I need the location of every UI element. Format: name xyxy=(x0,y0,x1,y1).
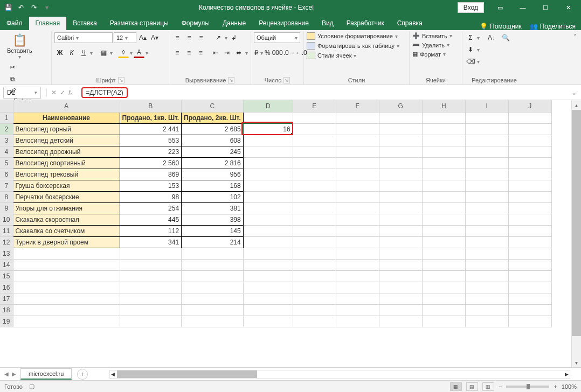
cell[interactable] xyxy=(243,248,293,259)
font-size-select[interactable]: 12▾ xyxy=(114,32,136,43)
cell[interactable] xyxy=(422,316,465,327)
cell[interactable] xyxy=(336,214,379,225)
cell-name[interactable]: Велосипед горный xyxy=(13,123,120,135)
cell[interactable] xyxy=(465,248,508,259)
scroll-left-icon[interactable]: ◀ xyxy=(110,372,116,377)
cell[interactable] xyxy=(465,225,508,236)
cell[interactable] xyxy=(379,293,422,304)
zoom-level[interactable]: 100% xyxy=(562,383,577,390)
col-header-I[interactable]: I xyxy=(465,100,508,112)
cell[interactable] xyxy=(120,282,182,293)
cell[interactable] xyxy=(293,169,336,180)
increase-decimal-icon[interactable]: .0→ xyxy=(284,47,295,58)
cell[interactable] xyxy=(243,236,293,248)
collapse-ribbon-icon[interactable]: ˄ xyxy=(569,31,581,85)
cell[interactable] xyxy=(508,123,551,135)
cell[interactable] xyxy=(379,248,422,259)
zoom-slider[interactable] xyxy=(506,386,549,388)
cell[interactable] xyxy=(422,169,465,180)
cell-name[interactable]: Упоры для отжимания xyxy=(13,202,120,214)
zoom-out-icon[interactable]: − xyxy=(499,383,502,390)
cell[interactable] xyxy=(120,259,182,270)
tab-developer[interactable]: Разработчик xyxy=(340,17,391,30)
cell[interactable] xyxy=(465,202,508,214)
cell[interactable] xyxy=(120,270,182,282)
cell[interactable] xyxy=(379,214,422,225)
cell[interactable] xyxy=(465,180,508,191)
ribbon-display-icon[interactable]: ▭ xyxy=(489,0,511,15)
cell[interactable] xyxy=(336,123,379,135)
cell[interactable] xyxy=(336,169,379,180)
sheet-nav-next-icon[interactable]: ▶ xyxy=(12,371,16,377)
header-q1[interactable]: Продано, 1кв. Шт. xyxy=(120,112,182,123)
col-header-J[interactable]: J xyxy=(508,100,551,112)
cell[interactable] xyxy=(422,112,465,123)
tell-me[interactable]: 💡Помощник xyxy=(480,23,522,30)
underline-button[interactable]: Ч xyxy=(78,47,89,58)
new-sheet-button[interactable]: + xyxy=(77,369,88,380)
cell[interactable] xyxy=(293,146,336,157)
cell-q1[interactable]: 869 xyxy=(120,169,182,180)
cell[interactable] xyxy=(336,293,379,304)
cell[interactable] xyxy=(465,316,508,327)
cell[interactable] xyxy=(465,123,508,135)
cell[interactable] xyxy=(379,270,422,282)
cell-name[interactable]: Велосипед спортивный xyxy=(13,157,120,169)
insert-cells[interactable]: ➕Вставить▾ xyxy=(412,32,459,39)
cell[interactable] xyxy=(13,293,120,304)
row-header-7[interactable]: 7 xyxy=(0,180,13,191)
formula-input[interactable]: =ДЛСТР(A2) xyxy=(79,87,567,99)
cell[interactable] xyxy=(379,202,422,214)
cell[interactable] xyxy=(508,270,551,282)
fill-handle[interactable] xyxy=(291,133,293,135)
sheet-tab[interactable]: microexcel.ru xyxy=(20,368,72,380)
cell-q1[interactable]: 2 560 xyxy=(120,157,182,169)
cell[interactable] xyxy=(336,270,379,282)
cell[interactable] xyxy=(508,146,551,157)
cell-q2[interactable]: 214 xyxy=(182,236,244,248)
cancel-formula-icon[interactable]: ✕ xyxy=(51,89,57,96)
cell[interactable] xyxy=(293,236,336,248)
cell[interactable] xyxy=(243,225,293,236)
cell[interactable] xyxy=(465,146,508,157)
cell[interactable] xyxy=(465,135,508,146)
cell[interactable] xyxy=(182,293,244,304)
undo-icon[interactable]: ↶ xyxy=(16,3,26,12)
cell[interactable] xyxy=(379,304,422,316)
row-header-19[interactable]: 19 xyxy=(0,316,13,327)
row-header-16[interactable]: 16 xyxy=(0,282,13,293)
cell[interactable] xyxy=(508,191,551,202)
row-header-15[interactable]: 15 xyxy=(0,270,13,282)
normal-view-icon[interactable]: ▦ xyxy=(450,382,462,391)
cell[interactable] xyxy=(293,270,336,282)
cell-q2[interactable]: 145 xyxy=(182,225,244,236)
cut-icon[interactable]: ✂ xyxy=(7,62,18,73)
cell[interactable] xyxy=(379,180,422,191)
copy-icon[interactable]: ⧉ xyxy=(7,74,18,85)
cell[interactable] xyxy=(293,135,336,146)
cell[interactable] xyxy=(120,293,182,304)
cell[interactable] xyxy=(508,112,551,123)
fill-color-button[interactable]: ◊ xyxy=(118,47,129,58)
cell[interactable] xyxy=(293,282,336,293)
decrease-indent-icon[interactable]: ⇤ xyxy=(210,47,221,58)
cell[interactable] xyxy=(465,112,508,123)
format-as-table[interactable]: Форматировать как таблицу▾ xyxy=(307,42,406,50)
row-header-6[interactable]: 6 xyxy=(0,169,13,180)
col-header-A[interactable]: A xyxy=(13,100,120,112)
cell[interactable] xyxy=(293,191,336,202)
alignment-launcher[interactable]: ↘ xyxy=(228,77,234,83)
cell[interactable] xyxy=(379,225,422,236)
row-header-17[interactable]: 17 xyxy=(0,293,13,304)
merge-center-icon[interactable]: ⬌ xyxy=(233,47,244,58)
scroll-up-icon[interactable]: ▴ xyxy=(572,100,581,110)
cell[interactable] xyxy=(120,304,182,316)
tab-file[interactable]: Файл xyxy=(0,17,29,30)
horizontal-scrollbar[interactable]: ◀▶ xyxy=(109,370,570,379)
tab-review[interactable]: Рецензирование xyxy=(252,17,315,30)
share-button[interactable]: 👥Поделиться xyxy=(530,23,576,30)
cell[interactable] xyxy=(243,270,293,282)
cell[interactable] xyxy=(293,123,336,135)
cell[interactable] xyxy=(422,304,465,316)
font-color-button[interactable]: A xyxy=(134,47,144,58)
